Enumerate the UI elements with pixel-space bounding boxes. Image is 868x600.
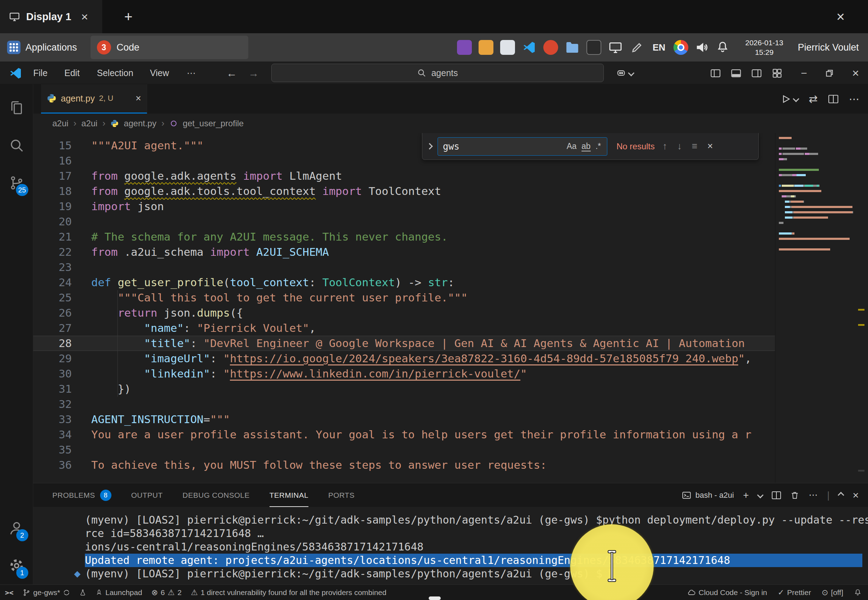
line-number[interactable]: 16 [33,153,91,168]
tray-icon-2[interactable] [479,40,493,55]
split-editor-icon[interactable] [829,94,838,104]
command-decoration-icon[interactable] [74,571,80,577]
line-number[interactable]: 35 [33,442,91,458]
notifications-bell-icon[interactable] [854,589,862,597]
panel-tab-debug-console[interactable]: DEBUG CONSOLE [183,483,250,507]
line-number[interactable]: 20 [33,214,91,229]
panel-tab-output[interactable]: OUTPUT [131,483,163,507]
whole-word-button[interactable]: ab [579,141,593,152]
beaker-status[interactable] [79,589,86,596]
split-terminal-icon[interactable] [772,491,781,500]
line-number[interactable]: 21 [33,229,91,244]
window-button-code[interactable]: 3 Code [91,36,248,59]
tray-icon-4[interactable] [543,40,558,55]
kill-terminal-icon[interactable] [790,491,799,500]
remote-indicator[interactable]: >< [5,588,14,597]
regex-button[interactable]: .* [593,141,603,152]
toggle-secondary-sidebar-icon[interactable] [751,62,762,84]
panel-tab-ports[interactable]: PORTS [328,483,354,507]
tab-close-icon[interactable]: × [136,93,141,104]
line-number[interactable]: 26 [33,305,91,321]
tray-icon-1[interactable] [457,40,472,55]
display-bar-close-icon[interactable]: × [833,8,848,25]
line-number[interactable]: 28 [33,336,91,351]
toggle-panel-icon[interactable] [731,62,741,84]
line-number[interactable]: 29 [33,351,91,366]
match-case-button[interactable]: Aa [564,141,579,152]
new-terminal-button[interactable]: + [743,489,749,501]
window-restore-button[interactable] [817,62,842,84]
tray-vscode-icon[interactable] [522,40,537,55]
editor-tab-agent-py[interactable]: agent.py 2, U × [41,84,147,114]
find-previous-button[interactable]: ↑ [660,141,670,152]
line-number[interactable]: 15 [33,138,91,153]
cloud-code-status[interactable]: Cloud Code - Sign in [687,588,767,597]
line-number[interactable]: 30 [33,366,91,381]
menu-file[interactable]: File [27,62,53,84]
chrome-icon[interactable] [673,40,688,55]
window-close-button[interactable]: × [843,62,868,84]
line-number[interactable]: 24 [33,275,91,290]
tray-monitor-icon[interactable] [608,40,623,55]
menu-more[interactable]: ⋯ [181,62,201,84]
prettier-status[interactable]: ✓ Prettier [778,588,811,597]
close-panel-icon[interactable]: × [853,489,859,501]
line-number[interactable]: 33 [33,412,91,427]
find-close-button[interactable]: × [705,141,715,152]
line-number[interactable]: 36 [33,458,91,473]
run-python-button[interactable] [781,94,798,104]
display-tab-close-icon[interactable]: × [77,9,92,24]
notifications-bell-icon[interactable] [716,41,729,54]
terminal-dropdown-icon[interactable] [757,492,763,498]
menu-selection[interactable]: Selection [91,62,139,84]
panel-more-actions-icon[interactable]: ⋯ [809,489,818,501]
terminal-instance[interactable]: bash - a2ui [682,491,734,500]
find-input[interactable]: gws Aa ab .* [437,137,607,156]
keyboard-layout-indicator[interactable]: EN [653,42,665,53]
maximize-panel-icon[interactable] [838,492,844,498]
vulnerability-status[interactable]: ⚠ 1 direct vulnerability found for all t… [191,588,386,597]
clock[interactable]: 2026-01-13 15:29 [745,38,783,57]
forward-button[interactable]: → [248,62,259,84]
breadcrumb-a2ui-1[interactable]: a2ui [52,118,68,129]
tray-pencil-icon[interactable] [630,40,644,55]
menu-view[interactable]: View [144,62,175,84]
find-in-selection-button[interactable]: ≡ [690,141,700,152]
breadcrumb-symbol[interactable]: get_user_profile [183,118,244,129]
tray-icon-3[interactable] [500,40,515,55]
back-button[interactable]: ← [226,62,237,84]
line-number[interactable]: 25 [33,290,91,305]
open-changes-icon[interactable]: ⇄ [809,93,818,105]
line-number[interactable]: 23 [33,260,91,275]
panel-tab-terminal[interactable]: TERMINAL [269,483,308,507]
panel-tab-problems[interactable]: PROBLEMS8 [52,483,112,507]
launchpad-status[interactable]: Launchpad [95,588,142,597]
copilot-button[interactable] [616,62,634,84]
activity-accounts[interactable]: 2 [0,509,33,547]
line-number[interactable]: 32 [33,397,91,412]
toggle-sidebar-icon[interactable] [710,62,721,84]
window-minimize-button[interactable]: − [792,62,817,84]
line-number[interactable]: 22 [33,244,91,260]
line-number[interactable]: 27 [33,321,91,336]
customize-layout-icon[interactable] [772,62,782,84]
new-display-tab-button[interactable]: + [124,9,132,25]
terminal[interactable]: (myenv) [LOAS2] pierrick@pierrick:~/git/… [33,507,868,585]
problems-status[interactable]: ⊗6 ⚠2 [151,588,182,597]
activity-settings[interactable]: 1 [0,547,33,585]
menu-edit[interactable]: Edit [59,62,85,84]
line-number[interactable]: 31 [33,381,91,397]
applications-menu[interactable]: Applications [0,33,84,62]
breadcrumb-a2ui-2[interactable]: a2ui [82,118,97,129]
activity-search[interactable] [0,127,33,164]
line-number[interactable]: 17 [33,168,91,183]
activity-source-control[interactable]: 25 [0,164,33,202]
tray-folder-icon[interactable] [565,40,580,55]
toggle-replace-icon[interactable] [426,143,432,149]
breadcrumb-file[interactable]: agent.py [124,118,156,129]
code-editor[interactable]: 15"""A2UI agent."""1617from google.adk.a… [33,133,868,483]
activity-explorer[interactable] [0,89,33,127]
find-next-button[interactable]: ↓ [675,141,684,152]
minimap[interactable] [775,133,855,483]
tray-icon-5[interactable] [587,40,601,55]
